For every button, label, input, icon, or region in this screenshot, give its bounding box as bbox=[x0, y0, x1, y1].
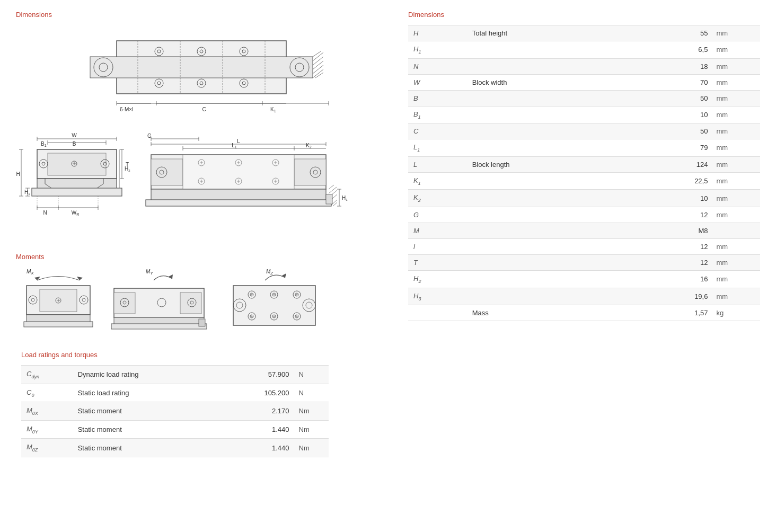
dim-unit: mm bbox=[713, 270, 760, 288]
svg-line-126 bbox=[329, 185, 334, 189]
svg-rect-125 bbox=[146, 200, 331, 206]
dim-value: 50 bbox=[631, 123, 713, 139]
dim-label bbox=[467, 223, 631, 238]
load-label: Static moment bbox=[73, 420, 226, 439]
dim-value: 12 bbox=[631, 254, 713, 270]
dim-value: 55 bbox=[631, 25, 713, 41]
mx-drawing: MX bbox=[21, 267, 95, 338]
dim-value: 124 bbox=[631, 156, 713, 172]
dim-unit: mm bbox=[713, 288, 760, 305]
dim-unit: mm bbox=[713, 172, 760, 190]
top-view-svg: 6-M×l C K1 bbox=[74, 25, 329, 120]
dim-table-row: B 50 mm bbox=[408, 90, 760, 106]
svg-text:6-M×l: 6-M×l bbox=[120, 107, 133, 112]
svg-text:MX: MX bbox=[27, 269, 34, 276]
load-label: Static moment bbox=[73, 439, 226, 457]
dim-symbol: K2 bbox=[408, 190, 467, 207]
dim-value: 10 bbox=[631, 190, 713, 207]
svg-text:N: N bbox=[43, 210, 47, 216]
dim-label: Block length bbox=[467, 156, 631, 172]
dim-unit: mm bbox=[713, 25, 760, 41]
dim-symbol: L bbox=[408, 156, 467, 172]
dim-label bbox=[467, 90, 631, 106]
svg-rect-166 bbox=[233, 286, 315, 325]
dim-symbol: L1 bbox=[408, 139, 467, 157]
dim-label bbox=[467, 58, 631, 74]
dim-value: 50 bbox=[631, 90, 713, 106]
dim-unit: mm bbox=[713, 156, 760, 172]
svg-rect-1 bbox=[90, 57, 313, 78]
svg-rect-154 bbox=[114, 292, 135, 314]
dim-symbol: B1 bbox=[408, 106, 467, 123]
dim-unit: mm bbox=[713, 74, 760, 90]
dim-table-row: W Block width 70 mm bbox=[408, 74, 760, 90]
svg-text:W: W bbox=[72, 132, 77, 138]
load-table-row: M0Z Static moment 1.440 Nm bbox=[21, 439, 329, 457]
dim-value: 18 bbox=[631, 58, 713, 74]
dim-table-row: Mass 1,57 kg bbox=[408, 305, 760, 321]
dim-label: Mass bbox=[467, 305, 631, 321]
load-value: 57.900 bbox=[226, 366, 295, 384]
dim-label bbox=[467, 123, 631, 139]
svg-text:K2: K2 bbox=[306, 143, 312, 149]
load-table-row: C0 Static load rating 105.200 N bbox=[21, 384, 329, 402]
mz-drawing: MZ bbox=[228, 267, 321, 338]
dim-label bbox=[467, 190, 631, 207]
load-ratings-table: Cdyn Dynamic load rating 57.900 N C0 Sta… bbox=[21, 365, 329, 457]
dim-unit: mm bbox=[713, 207, 760, 223]
load-symbol: M0Y bbox=[21, 420, 73, 439]
dim-value: 12 bbox=[631, 238, 713, 254]
load-unit: N bbox=[295, 384, 329, 402]
load-table-row: M0X Static moment 2.170 Nm bbox=[21, 402, 329, 421]
svg-text:K1: K1 bbox=[270, 107, 276, 113]
svg-text:G: G bbox=[147, 133, 152, 139]
load-label: Static moment bbox=[73, 402, 226, 421]
right-panel: Dimensions H Total height 55 mm H1 6,5 m… bbox=[408, 11, 760, 457]
svg-text:MY: MY bbox=[146, 269, 153, 276]
left-dimensions-title: Dimensions bbox=[16, 11, 387, 19]
svg-text:L1: L1 bbox=[232, 143, 237, 149]
dim-unit: mm bbox=[713, 254, 760, 270]
svg-line-22 bbox=[313, 65, 323, 74]
front-view-svg: W B1 B bbox=[16, 131, 133, 237]
dim-symbol: T bbox=[408, 254, 467, 270]
dim-table-row: K1 22,5 mm bbox=[408, 172, 760, 190]
dim-value: 10 bbox=[631, 106, 713, 123]
load-table-row: M0Y Static moment 1.440 Nm bbox=[21, 420, 329, 439]
dim-unit: mm bbox=[713, 41, 760, 59]
dim-table-row: C 50 mm bbox=[408, 123, 760, 139]
load-value: 105.200 bbox=[226, 384, 295, 402]
dim-value: 6,5 bbox=[631, 41, 713, 59]
dim-label bbox=[467, 172, 631, 190]
dim-unit: mm bbox=[713, 139, 760, 157]
dim-symbol: l bbox=[408, 238, 467, 254]
dim-unit bbox=[713, 223, 760, 238]
svg-rect-124 bbox=[151, 189, 326, 201]
bottom-drawings: W B1 B bbox=[16, 131, 387, 237]
svg-line-20 bbox=[313, 57, 323, 65]
dim-table-row: H2 16 mm bbox=[408, 270, 760, 288]
svg-rect-162 bbox=[111, 324, 207, 329]
load-symbol: M0X bbox=[21, 402, 73, 421]
dim-symbol: H bbox=[408, 25, 467, 41]
svg-text:WR: WR bbox=[72, 210, 80, 216]
dim-value: 1,57 bbox=[631, 305, 713, 321]
load-symbol: Cdyn bbox=[21, 366, 73, 384]
dim-value: 12 bbox=[631, 207, 713, 223]
dim-unit: mm bbox=[713, 123, 760, 139]
load-unit: Nm bbox=[295, 439, 329, 457]
dim-value: 22,5 bbox=[631, 172, 713, 190]
dim-symbol: G bbox=[408, 207, 467, 223]
svg-text:MZ: MZ bbox=[266, 269, 274, 276]
dim-label: Block width bbox=[467, 74, 631, 90]
dim-unit: mm bbox=[713, 90, 760, 106]
dim-value: M8 bbox=[631, 223, 713, 238]
dim-unit: kg bbox=[713, 305, 760, 321]
dim-table-row: L Block length 124 mm bbox=[408, 156, 760, 172]
dim-table-row: N 18 mm bbox=[408, 58, 760, 74]
left-panel: Dimensions bbox=[16, 11, 387, 457]
mz-svg: MZ bbox=[228, 267, 321, 336]
dim-table-row: H1 6,5 mm bbox=[408, 41, 760, 59]
dim-table-row: K2 10 mm bbox=[408, 190, 760, 207]
dim-label: Total height bbox=[467, 25, 631, 41]
